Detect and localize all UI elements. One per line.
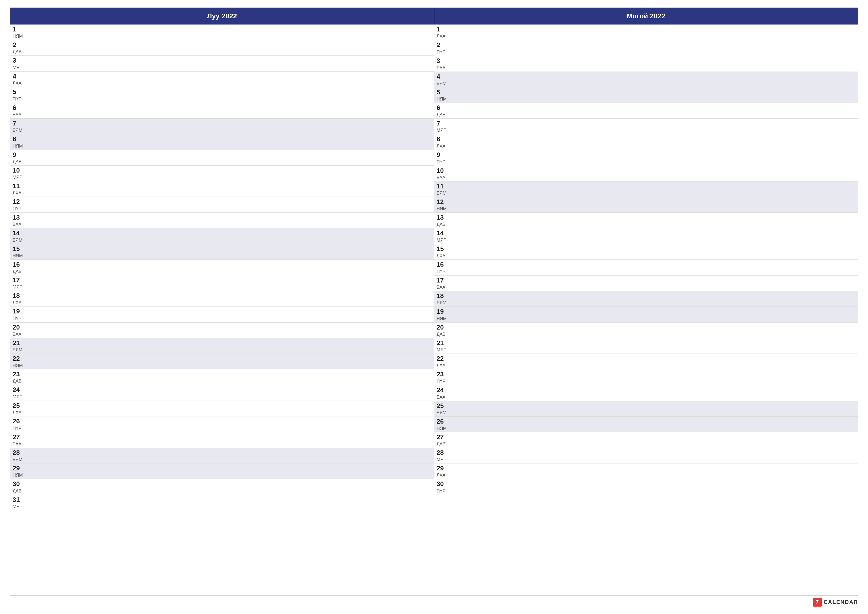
day-row: 27БАА <box>10 432 434 448</box>
day-name: НЯМ <box>12 363 25 368</box>
day-name: МЯГ <box>437 238 449 243</box>
day-number: 25 <box>437 402 449 410</box>
day-info: 22ЛХА <box>437 355 449 368</box>
day-info: 27ДАВ <box>437 433 449 447</box>
month-header-1: Могой 2022 <box>434 8 858 25</box>
day-name: МЯГ <box>12 65 25 70</box>
day-name: БАА <box>12 112 25 117</box>
day-number: 23 <box>437 370 449 378</box>
day-info: 21МЯГ <box>437 339 449 353</box>
day-info: 11БЯМ <box>437 182 449 196</box>
day-number: 28 <box>12 449 25 457</box>
day-row: 13БАА <box>10 213 434 228</box>
day-row: 24МЯГ <box>10 385 434 401</box>
day-row: 21МЯГ <box>434 338 858 354</box>
day-row: 15НЯМ <box>10 244 434 260</box>
day-info: 9ПҮР <box>437 151 449 165</box>
day-row: 16ДАВ <box>10 260 434 275</box>
day-info: 23ДАВ <box>12 370 25 384</box>
day-name: ПҮР <box>437 488 449 494</box>
day-info: 13ДАВ <box>437 214 449 227</box>
day-name: НЯМ <box>12 34 25 39</box>
day-row: 22ЛХА <box>434 354 858 369</box>
day-name: ЛХА <box>437 473 449 478</box>
day-name: ЛХА <box>12 190 25 196</box>
day-name: БАА <box>437 395 449 400</box>
day-info: 10БАА <box>437 167 449 180</box>
day-number: 20 <box>437 323 449 331</box>
day-number: 13 <box>12 214 25 221</box>
day-name: ЛХА <box>437 253 449 258</box>
day-info: 26ПҮР <box>12 417 25 431</box>
day-row: 10БАА <box>434 166 858 182</box>
day-name: ЛХА <box>437 144 449 149</box>
day-row: 4ЛХА <box>10 72 434 87</box>
day-row: 11БЯМ <box>434 182 858 197</box>
day-number: 17 <box>437 277 449 284</box>
day-info: 19НЯМ <box>437 308 449 321</box>
day-row: 16ПҮР <box>434 260 858 275</box>
day-info: 16ПҮР <box>437 261 449 274</box>
day-name: ДАВ <box>12 488 25 494</box>
day-row: 4БЯМ <box>434 72 858 87</box>
day-name: БАА <box>437 285 449 290</box>
day-number: 6 <box>437 104 449 112</box>
day-row: 11ЛХА <box>10 181 434 197</box>
day-info: 27БАА <box>12 433 25 447</box>
day-number: 8 <box>12 135 25 143</box>
day-info: 21БЯМ <box>12 339 25 353</box>
day-row: 9ДАВ <box>10 150 434 166</box>
day-name: МЯГ <box>437 457 449 462</box>
day-number: 18 <box>12 292 25 300</box>
day-number: 20 <box>12 323 25 331</box>
day-name: ДАВ <box>437 222 449 227</box>
day-info: 19ПҮР <box>12 308 25 321</box>
day-info: 12ПҮР <box>12 198 25 211</box>
day-info: 17МЯГ <box>12 276 25 290</box>
day-number: 9 <box>437 151 449 159</box>
day-row: 5НЯМ <box>434 87 858 103</box>
day-name: ПҮР <box>12 316 25 321</box>
day-name: ДАВ <box>12 49 25 54</box>
day-info: 4БЯМ <box>437 73 449 86</box>
day-row: 25ЛХА <box>10 401 434 417</box>
day-name: ДАВ <box>437 441 449 447</box>
month-column-1: 1ЛХА2ПҮР3БАА4БЯМ5НЯМ6ДАВ7МЯГ8ЛХА9ПҮР10БА… <box>434 25 858 595</box>
day-name: БЯМ <box>12 128 25 133</box>
day-row: 13ДАВ <box>434 213 858 228</box>
day-row: 9ПҮР <box>434 150 858 166</box>
month-column-0: 1НЯМ2ДАВ3МЯГ4ЛХА5ПҮР6БАА7БЯМ8НЯМ9ДАВ10МЯ… <box>10 25 434 595</box>
day-info: 1НЯМ <box>12 25 25 39</box>
day-row: 26ПҮР <box>10 417 434 432</box>
day-row: 1ЛХА <box>434 25 858 40</box>
day-row: 30ПҮР <box>434 479 858 495</box>
day-row: 30ДАВ <box>10 479 434 495</box>
day-info: 8ЛХА <box>437 135 449 149</box>
day-number: 17 <box>12 276 25 284</box>
day-number: 8 <box>437 135 449 143</box>
day-row: 29НЯМ <box>10 463 434 479</box>
day-row: 31МЯГ <box>10 495 434 510</box>
day-name: НЯМ <box>437 206 449 211</box>
day-row: 6БАА <box>10 103 434 118</box>
day-name: БАА <box>12 222 25 227</box>
day-number: 22 <box>437 355 449 362</box>
day-number: 4 <box>12 73 25 80</box>
day-number: 19 <box>437 308 449 316</box>
day-row: 23ДАВ <box>10 369 434 385</box>
day-info: 28МЯГ <box>437 449 449 462</box>
day-name: МЯГ <box>12 395 25 399</box>
day-number: 1 <box>437 25 449 33</box>
day-number: 29 <box>437 465 449 472</box>
day-number: 5 <box>12 88 25 96</box>
calendar-grid: Луу 2022Могой 2022 1НЯМ2ДАВ3МЯГ4ЛХА5ПҮР6… <box>10 8 858 596</box>
day-number: 26 <box>437 418 449 425</box>
day-number: 27 <box>437 433 449 441</box>
day-number: 31 <box>12 496 25 504</box>
day-name: ДАВ <box>12 159 25 165</box>
day-row: 2ПҮР <box>434 40 858 56</box>
day-number: 1 <box>12 25 25 33</box>
day-number: 21 <box>437 339 449 347</box>
day-name: ЛХА <box>12 410 25 415</box>
day-name: БЯМ <box>12 457 25 462</box>
